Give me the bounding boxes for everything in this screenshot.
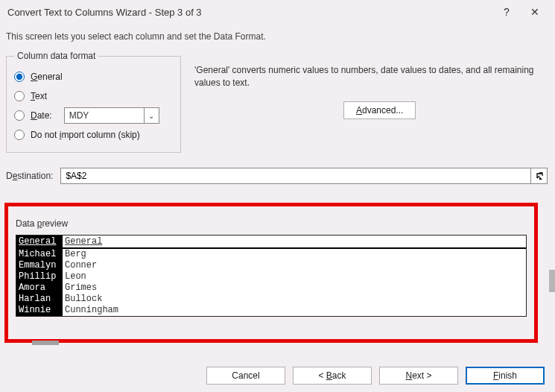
data-preview-section: Data preview General General MichaelBerg… [4,203,538,343]
date-order-value: MDY [65,110,144,121]
cell-col2: Leon [63,271,526,282]
finish-button[interactable]: Finish [466,367,545,385]
collapse-dialog-icon[interactable] [530,168,547,183]
cell-col1: Amora [16,282,63,294]
date-order-select[interactable]: MDY ⌄ [64,107,159,124]
wizard-subtitle: This screen lets you select each column … [0,24,555,51]
cell-col1: Winnie [16,305,63,316]
table-row: MichaelBerg [16,249,526,260]
format-help-text: 'General' converts numeric values to num… [194,64,549,89]
destination-field[interactable] [60,168,548,184]
table-row: AmoraGrimes [16,282,526,294]
cell-col2: Grimes [63,282,526,294]
cancel-button[interactable]: Cancel [206,367,285,385]
column-data-format-legend: Column data format [14,51,98,61]
table-row: EmmalynConner [16,260,526,271]
radio-general[interactable] [14,72,25,82]
preview-header-col2[interactable]: General [63,235,526,247]
radio-text[interactable] [14,91,25,101]
cell-col1: Michael [16,249,63,260]
column-data-format-group: Column data format General Text Date: MD… [6,51,181,153]
cell-col1: Harlan [16,294,63,305]
cell-col2: Conner [63,260,526,271]
radio-text-label[interactable]: Text [31,91,47,101]
next-button[interactable]: Next > [379,367,458,385]
table-row: PhillipLeon [16,271,526,282]
data-preview-grid[interactable]: General General MichaelBergEmmalynConner… [16,235,527,317]
radio-date[interactable] [14,110,25,121]
radio-skip[interactable] [14,130,25,140]
back-button[interactable]: < Back [293,367,372,385]
titlebar: Convert Text to Columns Wizard - Step 3 … [0,0,555,24]
close-icon[interactable]: ✕ [521,1,549,22]
destination-label: Destination: [6,171,53,181]
radio-general-label[interactable]: General [31,72,63,82]
cell-col2: Cunningham [63,305,526,316]
horizontal-scrollbar[interactable] [32,341,59,345]
help-icon[interactable]: ? [492,1,521,22]
preview-body: MichaelBergEmmalynConnerPhillipLeonAmora… [16,249,526,316]
preview-header-col1[interactable]: General [16,235,63,247]
radio-skip-label[interactable]: Do not import column (skip) [31,130,140,140]
preview-header-row: General General [16,235,526,249]
cell-col1: Phillip [16,271,63,282]
format-help-panel: 'General' converts numeric values to num… [194,51,549,153]
window-title: Convert Text to Columns Wizard - Step 3 … [7,7,492,18]
destination-input[interactable] [61,168,530,183]
radio-date-label[interactable]: Date: [31,110,52,121]
chevron-down-icon[interactable]: ⌄ [144,108,159,123]
table-row: WinnieCunningham [16,305,526,316]
table-row: HarlanBullock [16,294,526,305]
data-preview-label: Data preview [16,218,527,229]
wizard-button-row: Cancel < Back Next > Finish [206,367,545,385]
cell-col2: Bullock [63,294,526,305]
cell-col1: Emmalyn [16,260,63,271]
cell-col2: Berg [63,249,526,260]
advanced-button[interactable]: Advanced... [343,101,416,119]
vertical-scrollbar[interactable] [549,270,555,292]
